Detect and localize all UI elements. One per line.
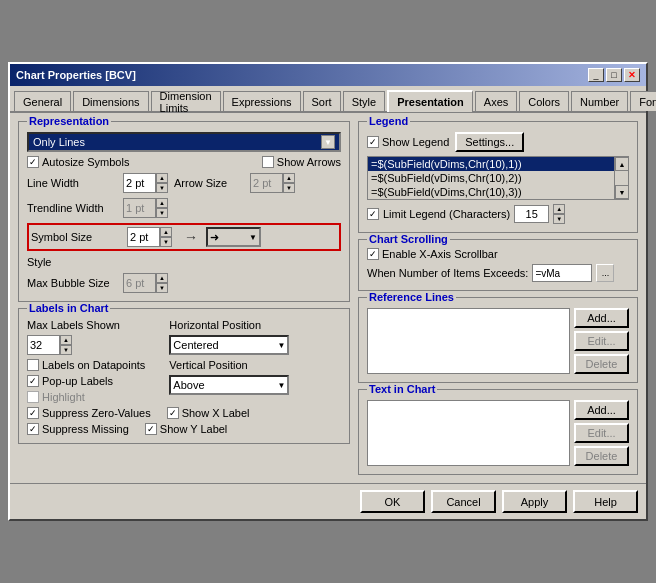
trendline-down[interactable]: ▼ <box>156 208 168 218</box>
ok-button[interactable]: OK <box>360 490 425 513</box>
max-bubble-down[interactable]: ▼ <box>156 283 168 293</box>
symbol-size-up[interactable]: ▲ <box>160 227 172 237</box>
limit-legend-checkbox[interactable] <box>367 208 379 220</box>
ref-add-button[interactable]: Add... <box>574 308 629 328</box>
text-delete-button[interactable]: Delete <box>574 446 629 466</box>
maximize-button[interactable]: □ <box>606 68 622 82</box>
tab-axes[interactable]: Axes <box>475 91 517 111</box>
symbol-size-down[interactable]: ▼ <box>160 237 172 247</box>
legend-scrollbar[interactable]: ▲ ▼ <box>614 157 628 199</box>
show-y-text: Show Y Label <box>160 423 227 435</box>
minimize-button[interactable]: _ <box>588 68 604 82</box>
reference-lines-content: Add... Edit... Delete <box>367 308 629 374</box>
popup-labels-checkbox[interactable] <box>27 375 39 387</box>
tab-general[interactable]: General <box>14 91 71 111</box>
settings-button[interactable]: Settings... <box>455 132 524 152</box>
when-value-input[interactable]: =vMa <box>532 264 592 282</box>
max-labels-row: Max Labels Shown <box>27 319 145 331</box>
labels-on-datapoints-checkbox[interactable] <box>27 359 39 371</box>
style-arrow-display: ➜ <box>210 231 219 244</box>
when-browse-button[interactable]: ... <box>596 264 614 282</box>
tab-style[interactable]: Style <box>343 91 385 111</box>
help-button[interactable]: Help <box>573 490 638 513</box>
suppress-missing-checkbox[interactable] <box>27 423 39 435</box>
text-add-button[interactable]: Add... <box>574 400 629 420</box>
max-labels-value[interactable]: 32 <box>27 335 60 355</box>
ref-delete-button[interactable]: Delete <box>574 354 629 374</box>
show-y-label: Show Y Label <box>145 423 227 435</box>
line-width-value[interactable]: 2 pt <box>123 173 156 193</box>
symbol-size-value[interactable]: 2 pt <box>127 227 160 247</box>
reference-lines-area <box>367 308 570 374</box>
max-bubble-input: 6 pt ▲ ▼ <box>123 273 168 293</box>
tab-colors[interactable]: Colors <box>519 91 569 111</box>
style-dropdown-arrow: ▼ <box>249 233 257 242</box>
show-x-checkbox[interactable] <box>167 407 179 419</box>
representation-label: Representation <box>27 115 111 127</box>
labels-on-datapoints-text: Labels on Datapoints <box>42 359 145 371</box>
representation-selected-value: Only Lines <box>33 136 85 148</box>
autosize-checkbox[interactable] <box>27 156 39 168</box>
suppress-missing-text: Suppress Missing <box>42 423 129 435</box>
when-text: When Number of Items Exceeds: <box>367 267 528 279</box>
suppress-zero-label: Suppress Zero-Values <box>27 407 151 419</box>
legend-scroll-up[interactable]: ▲ <box>615 157 629 171</box>
style-label: Style <box>27 256 51 268</box>
suppress-zero-checkbox[interactable] <box>27 407 39 419</box>
representation-dropdown-arrow[interactable]: ▼ <box>321 135 335 149</box>
text-in-chart-row: Add... Edit... Delete <box>367 400 629 466</box>
trendline-up[interactable]: ▲ <box>156 198 168 208</box>
tab-expressions[interactable]: Expressions <box>223 91 301 111</box>
text-in-chart-content: Add... Edit... Delete <box>367 400 629 466</box>
line-width-input[interactable]: 2 pt ▲ ▼ <box>123 173 168 193</box>
tab-sort[interactable]: Sort <box>303 91 341 111</box>
trendline-value: 1 pt <box>123 198 156 218</box>
line-width-up[interactable]: ▲ <box>156 173 168 183</box>
symbol-size-input[interactable]: 2 pt ▲ ▼ <box>127 227 172 247</box>
suppress-row: Suppress Zero-Values Show X Label <box>27 407 341 419</box>
trendline-row: Trendline Width 1 pt ▲ ▼ <box>27 198 341 218</box>
max-labels-down[interactable]: ▼ <box>60 345 72 355</box>
close-button[interactable]: ✕ <box>624 68 640 82</box>
legend-scroll-down[interactable]: ▼ <box>615 185 629 199</box>
tab-dimension-limits[interactable]: Dimension Limits <box>151 91 221 111</box>
limit-legend-value[interactable]: 15 <box>526 208 538 220</box>
limit-down[interactable]: ▼ <box>553 214 565 224</box>
apply-button[interactable]: Apply <box>502 490 567 513</box>
legend-item-2[interactable]: =$(SubField(vDims,Chr(10),3)) <box>368 185 614 199</box>
arrow-size-up[interactable]: ▲ <box>283 173 295 183</box>
legend-item-0[interactable]: =$(SubField(vDims,Chr(10),1)) <box>368 157 614 171</box>
legend-item-0-text: =$(SubField(vDims,Chr(10),1)) <box>371 158 522 170</box>
show-legend-checkbox[interactable] <box>367 136 379 148</box>
limit-legend-input[interactable]: 15 <box>514 205 549 223</box>
ref-edit-button[interactable]: Edit... <box>574 331 629 351</box>
vertical-position-select[interactable]: Above ▼ <box>169 375 289 395</box>
representation-select[interactable]: Only Lines ▼ <box>27 132 341 152</box>
text-in-chart-buttons: Add... Edit... Delete <box>574 400 629 466</box>
max-bubble-up[interactable]: ▲ <box>156 273 168 283</box>
when-value: =vMa <box>535 268 560 279</box>
tab-dimensions[interactable]: Dimensions <box>73 91 148 111</box>
legend-item-1-text: =$(SubField(vDims,Chr(10),2)) <box>371 172 522 184</box>
style-dropdown[interactable]: ➜ ▼ <box>206 227 261 247</box>
enable-x-scrollbar-checkbox[interactable] <box>367 248 379 260</box>
line-width-down[interactable]: ▼ <box>156 183 168 193</box>
text-edit-button[interactable]: Edit... <box>574 423 629 443</box>
max-labels-up[interactable]: ▲ <box>60 335 72 345</box>
horizontal-position-arrow: ▼ <box>277 341 285 350</box>
show-arrows-checkbox[interactable] <box>262 156 274 168</box>
arrow-size-down[interactable]: ▼ <box>283 183 295 193</box>
legend-label: Legend <box>367 115 410 127</box>
arrow-size-input[interactable]: 2 pt ▲ ▼ <box>250 173 295 193</box>
max-labels-input[interactable]: 32 ▲ ▼ <box>27 335 72 355</box>
show-y-checkbox[interactable] <box>145 423 157 435</box>
tab-number[interactable]: Number <box>571 91 628 111</box>
highlight-label: Highlight <box>27 391 145 403</box>
limit-up[interactable]: ▲ <box>553 204 565 214</box>
cancel-button[interactable]: Cancel <box>431 490 496 513</box>
tab-presentation[interactable]: Presentation <box>387 90 473 112</box>
horizontal-position-select[interactable]: Centered ▼ <box>169 335 289 355</box>
vertical-position-value: Above <box>173 379 204 391</box>
legend-item-1[interactable]: =$(SubField(vDims,Chr(10),2)) <box>368 171 614 185</box>
tab-font[interactable]: Font <box>630 91 656 111</box>
